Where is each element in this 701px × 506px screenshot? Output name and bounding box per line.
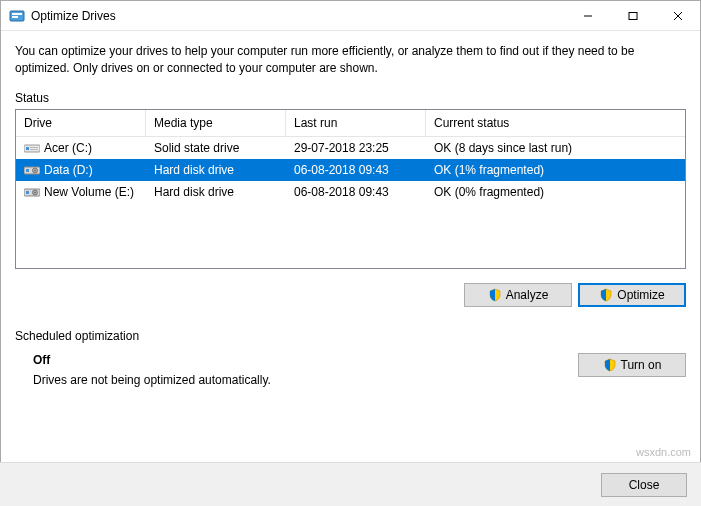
- svg-rect-4: [629, 12, 637, 19]
- turn-on-label: Turn on: [621, 358, 662, 372]
- drive-icon: [24, 186, 40, 198]
- shield-icon: [603, 358, 617, 372]
- svg-rect-1: [12, 13, 22, 15]
- svg-rect-18: [26, 191, 29, 194]
- current-status: OK (0% fragmented): [426, 183, 685, 201]
- optimize-label: Optimize: [617, 288, 664, 302]
- scheduled-section: Scheduled optimization Off Drives are no…: [15, 329, 686, 387]
- svg-point-13: [34, 169, 36, 171]
- close-label: Close: [629, 478, 660, 492]
- drive-name: New Volume (E:): [44, 185, 134, 199]
- close-button[interactable]: Close: [601, 473, 687, 497]
- column-header-lastrun[interactable]: Last run: [286, 110, 426, 136]
- close-window-button[interactable]: [655, 1, 700, 31]
- app-icon: [9, 8, 25, 24]
- status-section-label: Status: [15, 91, 686, 105]
- svg-rect-10: [30, 149, 38, 150]
- media-type: Hard disk drive: [146, 183, 286, 201]
- drive-icon: [24, 164, 40, 176]
- current-status: OK (8 days since last run): [426, 139, 685, 157]
- table-row[interactable]: Data (D:)Hard disk drive06-08-2018 09:43…: [16, 159, 685, 181]
- column-header-drive[interactable]: Drive: [16, 110, 146, 136]
- analyze-label: Analyze: [506, 288, 549, 302]
- svg-point-17: [34, 191, 36, 193]
- svg-rect-9: [30, 147, 38, 148]
- column-header-status[interactable]: Current status: [426, 110, 685, 136]
- scheduled-state: Off: [33, 353, 271, 367]
- last-run: 06-08-2018 09:43: [286, 161, 426, 179]
- drive-name: Data (D:): [44, 163, 93, 177]
- media-type: Hard disk drive: [146, 161, 286, 179]
- main-content: You can optimize your drives to help you…: [1, 31, 700, 387]
- footer-bar: Close: [0, 462, 701, 506]
- last-run: 06-08-2018 09:43: [286, 183, 426, 201]
- drive-name: Acer (C:): [44, 141, 92, 155]
- drives-list: Drive Media type Last run Current status…: [15, 109, 686, 269]
- titlebar: Optimize Drives: [1, 1, 700, 31]
- drive-icon: [24, 142, 40, 154]
- scheduled-desc: Drives are not being optimized automatic…: [33, 373, 271, 387]
- svg-rect-8: [26, 147, 29, 150]
- watermark-text: wsxdn.com: [636, 446, 691, 458]
- table-row[interactable]: Acer (C:)Solid state drive29-07-2018 23:…: [16, 137, 685, 159]
- action-buttons-row: Analyze Optimize: [15, 283, 686, 307]
- list-header: Drive Media type Last run Current status: [16, 110, 685, 137]
- table-row[interactable]: New Volume (E:)Hard disk drive06-08-2018…: [16, 181, 685, 203]
- description-text: You can optimize your drives to help you…: [15, 43, 686, 77]
- turn-on-button[interactable]: Turn on: [578, 353, 686, 377]
- window-title: Optimize Drives: [31, 9, 565, 23]
- last-run: 29-07-2018 23:25: [286, 139, 426, 157]
- svg-rect-14: [26, 169, 29, 172]
- media-type: Solid state drive: [146, 139, 286, 157]
- current-status: OK (1% fragmented): [426, 161, 685, 179]
- shield-icon: [488, 288, 502, 302]
- optimize-button[interactable]: Optimize: [578, 283, 686, 307]
- column-header-media[interactable]: Media type: [146, 110, 286, 136]
- scheduled-label: Scheduled optimization: [15, 329, 686, 343]
- shield-icon: [599, 288, 613, 302]
- minimize-button[interactable]: [565, 1, 610, 31]
- maximize-button[interactable]: [610, 1, 655, 31]
- scheduled-info: Off Drives are not being optimized autom…: [33, 353, 271, 387]
- svg-rect-2: [12, 16, 18, 18]
- analyze-button[interactable]: Analyze: [464, 283, 572, 307]
